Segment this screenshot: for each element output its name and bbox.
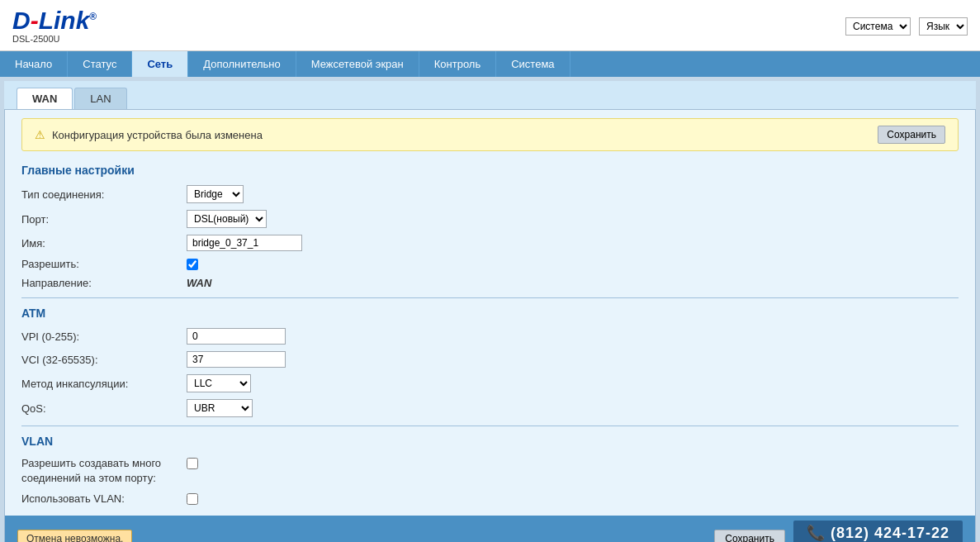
qos-row: QoS: UBR CBR VBR-rt VBR-nrt <box>21 399 959 417</box>
vci-label: VCI (32-65535): <box>21 354 187 366</box>
direction-label: Направление: <box>21 277 187 289</box>
name-row: Имя: <box>21 235 959 251</box>
enable-label: Разрешить: <box>21 258 187 270</box>
port-select[interactable]: DSL(новый) DSL <box>187 210 267 228</box>
multi-sessions-label: Разрешить создавать много соединений на … <box>21 456 187 486</box>
alert-bar: ⚠ Конфигурация устройства была изменена … <box>21 118 959 151</box>
header-controls: Система Язык <box>845 17 968 36</box>
connection-type-select[interactable]: Bridge PPPoE IPoE PPPoA IPoA <box>187 185 244 203</box>
direction-value: WAN <box>187 277 211 289</box>
vci-input[interactable] <box>187 351 286 368</box>
direction-text: WAN <box>187 277 211 289</box>
nav-item-control[interactable]: Контроль <box>419 51 496 77</box>
direction-row: Направление: WAN <box>21 277 959 289</box>
logo-area: D-Link® DSL-2500U <box>12 8 97 44</box>
bottom-bar: Отмена невозможна. Сохранить 📞 (812) 424… <box>5 516 975 542</box>
content-area: WAN LAN ⚠ Конфигурация устройства была и… <box>0 77 980 542</box>
save-button[interactable]: Сохранить <box>714 530 785 542</box>
model-label: DSL-2500U <box>12 34 97 44</box>
footer-phone: 📞 (812) 424-17-22 <box>807 524 949 542</box>
footer-right-area: Сохранить 📞 (812) 424-17-22 ✉ info@maste… <box>714 521 963 542</box>
multi-sessions-value <box>187 456 198 469</box>
name-input[interactable] <box>187 235 302 251</box>
dlink-logo: D-Link® <box>12 8 97 33</box>
atm-title: ATM <box>21 307 959 320</box>
language-select-group[interactable]: Язык <box>919 17 968 36</box>
port-row: Порт: DSL(новый) DSL <box>21 210 959 228</box>
encapsulation-label: Метод инкапсуляции: <box>21 378 187 390</box>
alert-icon: ⚠ <box>35 128 45 141</box>
use-vlan-value <box>187 493 198 505</box>
nav-item-status[interactable]: Статус <box>68 51 132 77</box>
connection-type-value: Bridge PPPoE IPoE PPPoA IPoA <box>187 185 244 203</box>
inner-content: ⚠ Конфигурация устройства была изменена … <box>4 109 976 542</box>
language-select[interactable]: Язык <box>920 18 967 35</box>
sep-vlan <box>21 426 959 426</box>
nav-item-network[interactable]: Сеть <box>132 51 188 77</box>
vpi-label: VPI (0-255): <box>21 330 187 343</box>
main-settings-title: Главные настройки <box>21 164 959 177</box>
cancel-button[interactable]: Отмена невозможна. <box>17 530 132 542</box>
use-vlan-row: Использовать VLAN: <box>21 492 959 505</box>
connection-type-row: Тип соединения: Bridge PPPoE IPoE PPPoA … <box>21 185 959 203</box>
system-select[interactable]: Система <box>846 18 910 35</box>
multi-sessions-row: Разрешить создавать много соединений на … <box>21 456 959 486</box>
encapsulation-value: LLC VC-MUX <box>187 374 251 392</box>
header: D-Link® DSL-2500U Система Язык <box>0 0 980 51</box>
vpi-row: VPI (0-255): <box>21 328 959 345</box>
footer-contact: 📞 (812) 424-17-22 ✉ info@mastermaster.sp… <box>793 521 963 542</box>
connection-type-label: Тип соединения: <box>21 188 187 201</box>
tab-lan[interactable]: LAN <box>74 88 126 109</box>
qos-select[interactable]: UBR CBR VBR-rt VBR-nrt <box>187 399 253 417</box>
port-value: DSL(новый) DSL <box>187 210 267 228</box>
enable-value <box>187 259 198 270</box>
alert-message: Конфигурация устройства была изменена <box>52 129 263 141</box>
use-vlan-label: Использовать VLAN: <box>21 492 187 505</box>
vci-value <box>187 351 286 368</box>
sep-atm <box>21 297 959 298</box>
tab-bar: WAN LAN <box>4 81 976 109</box>
phone-icon: 📞 <box>807 525 826 541</box>
nav: Начало Статус Сеть Дополнительно Межсете… <box>0 51 980 77</box>
name-label: Имя: <box>21 237 187 250</box>
alert-save-button[interactable]: Сохранить <box>878 126 945 144</box>
nav-item-system[interactable]: Система <box>496 51 570 77</box>
system-select-group[interactable]: Система <box>845 17 911 36</box>
vlan-title: VLAN <box>21 435 959 448</box>
name-value <box>187 235 302 251</box>
multi-sessions-checkbox[interactable] <box>187 458 198 469</box>
enable-checkbox[interactable] <box>187 259 198 270</box>
encapsulation-select[interactable]: LLC VC-MUX <box>187 374 251 392</box>
vpi-value <box>187 328 286 345</box>
nav-item-advanced[interactable]: Дополнительно <box>188 51 296 77</box>
encapsulation-row: Метод инкапсуляции: LLC VC-MUX <box>21 374 959 392</box>
use-vlan-checkbox[interactable] <box>187 493 198 505</box>
nav-item-home[interactable]: Начало <box>0 51 68 77</box>
qos-value: UBR CBR VBR-rt VBR-nrt <box>187 399 253 417</box>
qos-label: QoS: <box>21 402 187 415</box>
tab-wan[interactable]: WAN <box>17 88 73 109</box>
port-label: Порт: <box>21 213 187 226</box>
vci-row: VCI (32-65535): <box>21 351 959 368</box>
nav-item-firewall[interactable]: Межсетевой экран <box>296 51 419 77</box>
vpi-input[interactable] <box>187 328 286 345</box>
enable-row: Разрешить: <box>21 258 959 270</box>
